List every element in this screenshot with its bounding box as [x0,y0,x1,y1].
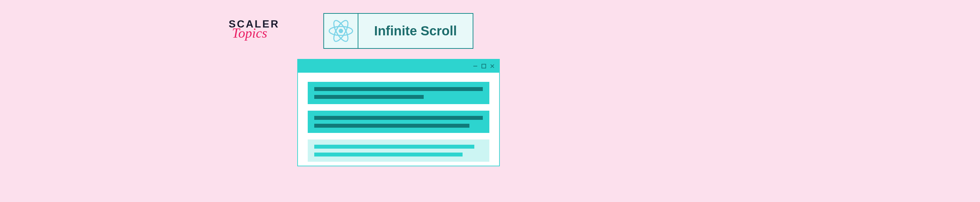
maximize-icon[interactable] [481,63,487,69]
react-icon [329,19,353,43]
placeholder-line [314,124,469,128]
placeholder-line [314,95,424,99]
svg-point-0 [339,29,343,33]
placeholder-line [314,145,474,149]
placeholder-line [314,152,463,157]
svg-rect-5 [482,64,486,68]
close-icon[interactable] [489,63,495,69]
react-icon-box [324,14,358,48]
placeholder-line [314,116,483,120]
minimize-icon[interactable] [473,63,478,69]
title-banner: Infinite Scroll [323,13,473,49]
browser-window-mockup [297,59,500,166]
banner-title: Infinite Scroll [358,14,473,48]
content-card [308,82,489,104]
content-card-loading [308,139,489,162]
window-titlebar [298,59,499,73]
scaler-topics-logo: SCALER Topics [229,18,280,41]
content-card [308,111,489,133]
placeholder-line [314,87,483,91]
window-body [298,73,499,166]
